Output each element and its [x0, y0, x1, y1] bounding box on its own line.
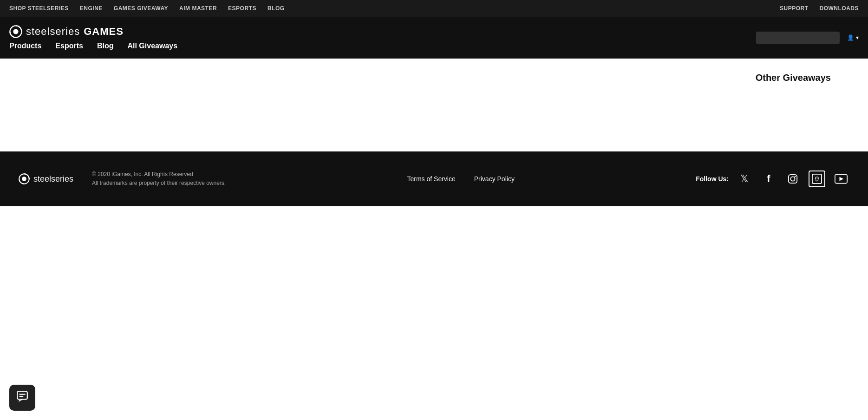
user-dropdown-icon: ▾	[856, 34, 859, 41]
svg-point-8	[815, 178, 816, 180]
top-nav-support[interactable]: SUPPORT	[780, 5, 809, 12]
logo-games-text: GAMES	[84, 26, 124, 38]
top-nav-engine[interactable]: ENGINE	[80, 5, 103, 12]
steelseries-logo-icon	[9, 25, 22, 38]
footer-logo-icon	[19, 173, 30, 184]
discord-link[interactable]	[809, 171, 825, 187]
user-account-button[interactable]: 👤 ▾	[847, 34, 859, 41]
top-nav-aim-master[interactable]: AIM MASTER	[179, 5, 217, 12]
svg-rect-7	[812, 174, 822, 184]
top-nav-esports[interactable]: ESPORTS	[228, 5, 256, 12]
twitter-link[interactable]: 𝕏	[736, 171, 753, 187]
top-nav-shop[interactable]: SHOP STEELSERIES	[9, 5, 69, 12]
copyright-text: © 2020 iGames, Inc. All Rights Reserved	[92, 170, 226, 179]
top-nav-left: SHOP STEELSERIES ENGINE GAMES GIVEAWAY A…	[9, 5, 285, 12]
facebook-link[interactable]: f	[760, 171, 777, 187]
svg-rect-12	[17, 391, 27, 399]
footer-logo: steelseries	[19, 173, 73, 184]
search-input[interactable]	[756, 32, 840, 44]
footer-social: Follow Us: 𝕏 f	[696, 171, 849, 187]
chat-widget[interactable]	[9, 385, 35, 411]
privacy-policy-link[interactable]: Privacy Policy	[474, 175, 515, 183]
svg-point-5	[790, 177, 795, 181]
header-right: 👤 ▾	[756, 32, 859, 44]
nav-blog[interactable]: Blog	[97, 42, 114, 50]
logo-area[interactable]: steelseries GAMES	[9, 25, 177, 38]
footer-links: Terms of Service Privacy Policy	[407, 175, 515, 183]
nav-esports[interactable]: Esports	[55, 42, 83, 50]
nav-products[interactable]: Products	[9, 42, 41, 50]
main-header: steelseries GAMES Products Esports Blog …	[0, 17, 868, 59]
top-navigation: SHOP STEELSERIES ENGINE GAMES GIVEAWAY A…	[0, 0, 868, 17]
footer-copyright: © 2020 iGames, Inc. All Rights Reserved …	[92, 170, 226, 188]
nav-all-giveaways[interactable]: All Giveaways	[127, 42, 177, 50]
chat-widget-icon	[16, 390, 28, 405]
youtube-link[interactable]	[833, 171, 849, 187]
instagram-link[interactable]	[784, 171, 801, 187]
svg-marker-11	[840, 177, 844, 181]
terms-of-service-link[interactable]: Terms of Service	[407, 175, 456, 183]
top-nav-blog[interactable]: BLOG	[268, 5, 285, 12]
svg-point-9	[817, 178, 819, 180]
top-nav-right: SUPPORT DOWNLOADS	[780, 5, 859, 12]
svg-point-1	[13, 29, 18, 34]
svg-point-6	[795, 176, 796, 177]
header-left: steelseries GAMES Products Esports Blog …	[9, 25, 177, 50]
top-nav-downloads[interactable]: DOWNLOADS	[820, 5, 859, 12]
svg-point-3	[22, 177, 26, 181]
follow-us-label: Follow Us:	[696, 175, 729, 183]
user-circle-icon: 👤	[847, 34, 854, 41]
footer-info: steelseries © 2020 iGames, Inc. All Righ…	[19, 170, 226, 188]
svg-rect-4	[789, 175, 797, 183]
footer-logo-text: steelseries	[33, 174, 73, 184]
main-nav: Products Esports Blog All Giveaways	[9, 42, 177, 50]
logo-steelseries-text: steelseries	[26, 26, 80, 38]
top-nav-games-giveaway[interactable]: GAMES GIVEAWAY	[114, 5, 168, 12]
other-giveaways-heading: Other Giveaways	[756, 68, 859, 142]
main-content: Other Giveaways	[0, 59, 868, 151]
trademark-text: All trademarks are property of their res…	[92, 179, 226, 188]
site-footer: steelseries © 2020 iGames, Inc. All Righ…	[0, 151, 868, 206]
